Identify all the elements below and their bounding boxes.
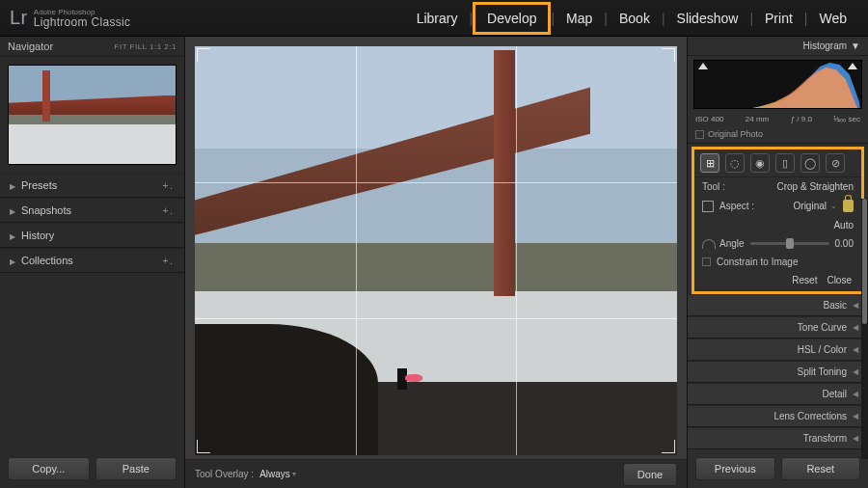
crop-handle-tl[interactable] (197, 48, 210, 62)
navigator-label: Navigator (8, 41, 53, 52)
crop-actions: Reset Close (694, 271, 861, 289)
chevron-down-icon: ▼ (851, 41, 860, 51)
constrain-label: Constrain to Image (717, 257, 799, 267)
crop-grid[interactable] (195, 46, 677, 455)
redeye-tool-icon[interactable]: ◉ (750, 153, 770, 173)
crop-close-button[interactable]: Close (827, 275, 852, 285)
scrollbar-thumb[interactable] (862, 199, 867, 324)
module-slideshow[interactable]: Slideshow (665, 5, 750, 32)
crop-reset-button[interactable]: Reset (792, 275, 817, 285)
module-book[interactable]: Book (608, 5, 662, 32)
spot-tool-icon[interactable]: ◌ (725, 153, 745, 173)
grad-tool-icon[interactable]: ▯ (775, 153, 795, 173)
slider-thumb[interactable] (786, 238, 794, 249)
panel-detail[interactable]: Detail◀ (688, 383, 868, 405)
original-photo-label: Original Photo (708, 129, 763, 139)
chevron-down-icon[interactable]: ▾ (292, 470, 296, 478)
paste-button[interactable]: Paste (95, 457, 177, 480)
module-develop[interactable]: Develop (473, 2, 551, 35)
crop-handle-bl[interactable] (197, 440, 210, 453)
panel-lens[interactable]: Lens Corrections◀ (688, 405, 868, 427)
brand-text: Adobe Photoshop Lightroom Classic (34, 9, 130, 28)
angle-icon (702, 239, 716, 249)
panel-transform[interactable]: Transform◀ (688, 427, 868, 449)
panel-collections[interactable]: ▶Collections+. (0, 248, 184, 273)
image-canvas[interactable] (195, 46, 677, 455)
lock-icon[interactable] (843, 200, 854, 212)
checkbox-icon[interactable] (695, 130, 704, 139)
center-column: Tool Overlay : Always ▾ Done (185, 37, 687, 488)
checkbox-icon[interactable] (702, 258, 711, 266)
tool-name: Crop & Straighten (777, 181, 854, 192)
center-toolbar: Tool Overlay : Always ▾ Done (185, 459, 687, 488)
zoom-presets[interactable]: FIT FILL 1:1 2:1 (115, 42, 176, 51)
aspect-label: Aspect : (719, 201, 754, 211)
right-scrollbar[interactable] (861, 199, 868, 459)
module-print[interactable]: Print (753, 5, 804, 32)
left-buttons: Copy... Paste (0, 449, 184, 488)
topbar: Lr Adobe Photoshop Lightroom Classic Lib… (0, 0, 868, 37)
crop-tool-icon[interactable]: ⊞ (700, 153, 719, 173)
brand: Lr Adobe Photoshop Lightroom Classic (10, 7, 130, 29)
navigator-thumbnail[interactable] (8, 65, 176, 165)
dropdown-icon[interactable]: ⌄ (830, 202, 837, 210)
tool-label: Tool : (702, 181, 725, 192)
aspect-icon (702, 201, 714, 212)
module-web[interactable]: Web (807, 5, 858, 32)
exif-meta: ISO 400 24 mm ƒ / 9.0 ¹⁄₂₀₀ sec (688, 113, 868, 125)
panel-hsl[interactable]: HSL / Color◀ (688, 339, 868, 361)
crop-handle-br[interactable] (662, 440, 675, 453)
panel-split-toning[interactable]: Split Toning◀ (688, 361, 868, 383)
left-column: Navigator FIT FILL 1:1 2:1 ▶Presets+. ▶S… (0, 37, 185, 488)
thumb-bridge (9, 95, 176, 115)
panel-presets[interactable]: ▶Presets+. (0, 173, 184, 198)
tool-overlay-value[interactable]: Always (259, 469, 290, 479)
previous-button[interactable]: Previous (695, 457, 775, 480)
app-frame: Lr Adobe Photoshop Lightroom Classic Lib… (0, 0, 868, 488)
tool-strip: ⊞ ◌ ◉ ▯ ◯ ⊘ (694, 149, 861, 177)
brand-title: Lightroom Classic (34, 16, 130, 28)
right-buttons: Previous Reset (688, 449, 868, 488)
crop-panel-highlight: ⊞ ◌ ◉ ▯ ◯ ⊘ Tool : Crop & Straighten Asp… (692, 147, 864, 294)
panel-snapshots[interactable]: ▶Snapshots+. (0, 198, 184, 223)
copy-button[interactable]: Copy... (8, 457, 90, 480)
meta-aperture: ƒ / 9.0 (791, 115, 812, 123)
brush-tool-icon[interactable]: ⊘ (826, 153, 845, 173)
module-library[interactable]: Library (405, 5, 470, 32)
auto-row: Auto (694, 216, 861, 234)
panel-basic[interactable]: Basic◀ (688, 294, 868, 316)
aspect-row: Aspect : Original ⌄ (694, 196, 861, 216)
right-column: Histogram▼ ISO 400 24 mm ƒ / 9.0 ¹⁄₂₀₀ s… (687, 37, 868, 488)
body: Navigator FIT FILL 1:1 2:1 ▶Presets+. ▶S… (0, 37, 868, 488)
done-button[interactable]: Done (623, 463, 677, 486)
meta-shutter: ¹⁄₂₀₀ sec (833, 115, 860, 123)
angle-slider[interactable] (750, 242, 829, 245)
constrain-row[interactable]: Constrain to Image (694, 253, 861, 271)
original-photo-row[interactable]: Original Photo (688, 125, 868, 144)
navigator-header[interactable]: Navigator FIT FILL 1:1 2:1 (0, 37, 184, 57)
logo: Lr (10, 7, 28, 29)
tool-overlay-label: Tool Overlay : (195, 469, 254, 479)
radial-tool-icon[interactable]: ◯ (800, 153, 820, 173)
histogram[interactable] (693, 60, 862, 109)
panel-tone-curve[interactable]: Tone Curve◀ (688, 316, 868, 339)
reset-button[interactable]: Reset (781, 457, 861, 480)
histogram-header[interactable]: Histogram▼ (688, 37, 868, 56)
tool-name-row: Tool : Crop & Straighten (694, 177, 861, 196)
angle-label: Angle (719, 238, 745, 249)
aspect-value[interactable]: Original (794, 201, 827, 211)
meta-focal: 24 mm (746, 115, 769, 123)
crop-handle-tr[interactable] (662, 48, 675, 62)
module-picker: Library| Develop| Map| Book| Slideshow| … (405, 2, 858, 35)
auto-button[interactable]: Auto (833, 220, 854, 230)
thumb-pylon (42, 70, 50, 122)
angle-row: Angle 0.00 (694, 234, 861, 253)
meta-iso: ISO 400 (695, 115, 723, 123)
module-map[interactable]: Map (555, 5, 604, 32)
angle-value[interactable]: 0.00 (835, 238, 854, 249)
panel-history[interactable]: ▶History (0, 223, 184, 248)
